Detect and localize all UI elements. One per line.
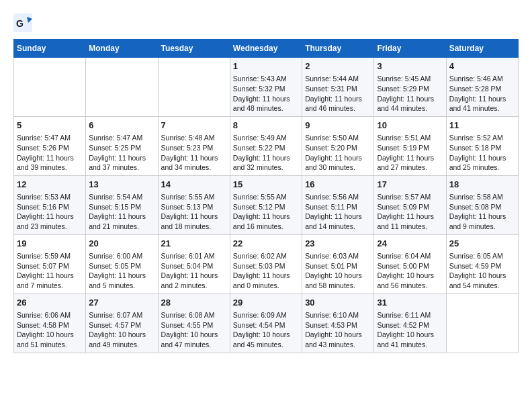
col-friday: Friday (374, 40, 446, 58)
day-info: Daylight: 11 hours and 41 minutes. (449, 94, 515, 113)
day-info: Sunset: 5:09 PM (377, 202, 443, 212)
day-info: Sunrise: 6:02 AM (233, 251, 299, 261)
day-info: Sunset: 5:04 PM (161, 261, 227, 271)
day-info: Sunset: 5:13 PM (161, 202, 227, 212)
day-number: 1 (233, 60, 299, 73)
calendar-cell: 9Sunrise: 5:50 AMSunset: 5:20 PMDaylight… (302, 116, 374, 175)
calendar-cell: 19Sunrise: 5:59 AMSunset: 5:07 PMDayligh… (14, 234, 86, 293)
calendar-cell: 3Sunrise: 5:45 AMSunset: 5:29 PMDaylight… (374, 58, 446, 117)
day-info: Sunset: 5:23 PM (161, 143, 227, 153)
day-number: 15 (233, 179, 299, 191)
day-info: Sunrise: 6:10 AM (305, 310, 371, 320)
day-number: 9 (305, 120, 371, 132)
calendar-cell: 2Sunrise: 5:44 AMSunset: 5:31 PMDaylight… (302, 58, 374, 117)
day-info: Sunset: 5:05 PM (89, 261, 154, 271)
day-info: Sunset: 5:01 PM (305, 261, 371, 271)
day-info: Sunset: 5:22 PM (233, 143, 299, 153)
calendar-table: Sunday Monday Tuesday Wednesday Thursday… (13, 39, 519, 353)
day-info: Sunrise: 5:53 AM (17, 192, 83, 202)
day-info: Sunrise: 5:55 AM (161, 192, 227, 202)
day-number: 14 (161, 179, 227, 191)
day-info: Daylight: 10 hours and 49 minutes. (89, 330, 154, 349)
header-row: Sunday Monday Tuesday Wednesday Thursday… (14, 40, 519, 58)
day-number: 19 (17, 238, 83, 250)
day-info: Sunset: 4:52 PM (377, 320, 443, 330)
calendar-cell: 1Sunrise: 5:43 AMSunset: 5:32 PMDaylight… (230, 58, 302, 117)
svg-text:G: G (16, 18, 24, 29)
day-info: Sunset: 5:15 PM (89, 202, 154, 212)
calendar-cell (158, 58, 230, 117)
logo: G (13, 13, 35, 32)
day-info: Sunrise: 5:59 AM (17, 251, 83, 261)
day-number: 5 (17, 120, 83, 132)
calendar-cell (446, 293, 518, 353)
day-info: Sunset: 5:16 PM (17, 202, 83, 212)
calendar-cell: 5Sunrise: 5:47 AMSunset: 5:26 PMDaylight… (14, 116, 86, 175)
calendar-cell: 29Sunrise: 6:09 AMSunset: 4:54 PMDayligh… (230, 293, 302, 353)
day-info: Sunrise: 5:44 AM (305, 74, 371, 84)
calendar-week-3: 12Sunrise: 5:53 AMSunset: 5:16 PMDayligh… (14, 175, 519, 234)
day-number: 31 (377, 297, 443, 309)
calendar-body: 1Sunrise: 5:43 AMSunset: 5:32 PMDaylight… (14, 58, 519, 353)
col-tuesday: Tuesday (158, 40, 230, 58)
day-info: Daylight: 11 hours and 16 minutes. (233, 212, 299, 231)
day-info: Sunset: 4:57 PM (89, 320, 154, 330)
day-info: Daylight: 11 hours and 0 minutes. (233, 271, 299, 290)
day-info: Sunrise: 6:05 AM (449, 251, 515, 261)
day-info: Sunset: 4:59 PM (449, 261, 515, 271)
day-info: Sunrise: 5:58 AM (449, 192, 515, 202)
day-number: 3 (377, 60, 443, 73)
page-header: G (13, 13, 519, 32)
day-number: 12 (17, 179, 83, 191)
calendar-cell: 26Sunrise: 6:06 AMSunset: 4:58 PMDayligh… (14, 293, 86, 353)
calendar-cell: 24Sunrise: 6:04 AMSunset: 5:00 PMDayligh… (374, 234, 446, 293)
day-info: Daylight: 10 hours and 43 minutes. (305, 330, 371, 349)
calendar-cell: 15Sunrise: 5:55 AMSunset: 5:12 PMDayligh… (230, 175, 302, 234)
day-info: Sunrise: 5:47 AM (17, 133, 83, 143)
day-info: Sunset: 5:18 PM (449, 143, 515, 153)
day-info: Sunrise: 6:09 AM (233, 310, 299, 320)
calendar-week-2: 5Sunrise: 5:47 AMSunset: 5:26 PMDaylight… (14, 116, 519, 175)
day-info: Sunset: 5:29 PM (377, 84, 443, 94)
day-number: 8 (233, 120, 299, 132)
day-info: Daylight: 10 hours and 47 minutes. (161, 330, 227, 349)
day-info: Sunrise: 6:01 AM (161, 251, 227, 261)
calendar-cell: 6Sunrise: 5:47 AMSunset: 5:25 PMDaylight… (86, 116, 158, 175)
day-info: Sunset: 5:26 PM (17, 143, 83, 153)
day-number: 11 (449, 120, 515, 132)
day-info: Daylight: 11 hours and 34 minutes. (161, 153, 227, 173)
day-info: Sunset: 4:58 PM (17, 320, 83, 330)
day-number: 23 (305, 238, 371, 250)
day-info: Sunrise: 6:11 AM (377, 310, 443, 320)
calendar-week-4: 19Sunrise: 5:59 AMSunset: 5:07 PMDayligh… (14, 234, 519, 293)
calendar-cell: 31Sunrise: 6:11 AMSunset: 4:52 PMDayligh… (374, 293, 446, 353)
day-number: 10 (377, 120, 443, 132)
day-number: 22 (233, 238, 299, 250)
calendar-cell (14, 58, 86, 117)
col-monday: Monday (86, 40, 158, 58)
day-info: Sunset: 5:03 PM (233, 261, 299, 271)
day-info: Daylight: 10 hours and 51 minutes. (17, 330, 83, 349)
day-info: Daylight: 11 hours and 37 minutes. (89, 153, 154, 173)
day-info: Sunrise: 6:04 AM (377, 251, 443, 261)
day-info: Sunset: 5:19 PM (377, 143, 443, 153)
day-info: Sunrise: 5:47 AM (89, 133, 154, 143)
calendar-header: Sunday Monday Tuesday Wednesday Thursday… (14, 40, 519, 58)
day-info: Sunset: 4:54 PM (233, 320, 299, 330)
day-info: Daylight: 11 hours and 25 minutes. (449, 153, 515, 173)
day-info: Sunrise: 6:07 AM (89, 310, 154, 320)
day-number: 7 (161, 120, 227, 132)
day-info: Daylight: 11 hours and 23 minutes. (17, 212, 83, 231)
calendar-cell: 21Sunrise: 6:01 AMSunset: 5:04 PMDayligh… (158, 234, 230, 293)
day-info: Daylight: 11 hours and 21 minutes. (89, 212, 154, 231)
calendar-cell: 22Sunrise: 6:02 AMSunset: 5:03 PMDayligh… (230, 234, 302, 293)
day-info: Daylight: 10 hours and 54 minutes. (449, 271, 515, 290)
day-info: Daylight: 10 hours and 41 minutes. (377, 330, 443, 349)
day-info: Daylight: 10 hours and 58 minutes. (305, 271, 371, 290)
day-number: 2 (305, 60, 371, 73)
day-info: Sunset: 4:55 PM (161, 320, 227, 330)
calendar-cell: 27Sunrise: 6:07 AMSunset: 4:57 PMDayligh… (86, 293, 158, 353)
day-number: 20 (89, 238, 154, 250)
day-info: Daylight: 11 hours and 32 minutes. (233, 153, 299, 173)
calendar-cell: 12Sunrise: 5:53 AMSunset: 5:16 PMDayligh… (14, 175, 86, 234)
